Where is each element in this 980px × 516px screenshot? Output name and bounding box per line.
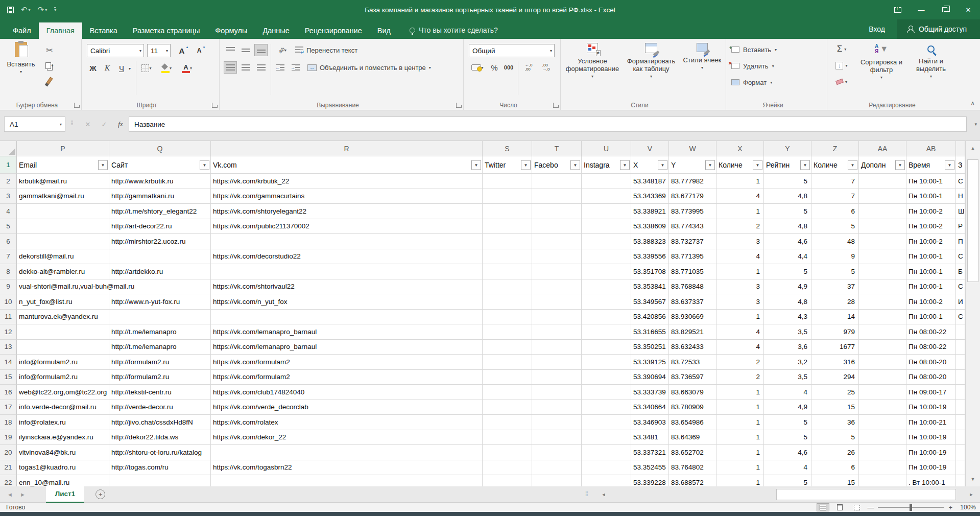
cell-W16[interactable]: 83.663079 [669,385,716,400]
cell-AB20[interactable]: Пн 10:00-19 [906,445,956,460]
cell-R19[interactable]: https://vk.com/dekor_22 [211,430,483,445]
cell-Y15[interactable]: 3,5 [764,370,811,385]
cell-AC11[interactable]: С [956,310,965,325]
cell-Y4[interactable]: 5 [764,204,811,219]
cell-V17[interactable]: 53.340664 [631,400,669,415]
cell-AC15[interactable] [956,370,965,385]
cell-P10[interactable]: n_yut_fox@list.ru [17,294,109,310]
header-cell-W[interactable]: Y▼ [669,156,716,174]
header-cell-S[interactable]: Twitter▼ [483,156,532,174]
cell-Q10[interactable]: http://www.n-yut-fox.ru [109,294,211,310]
cell-X14[interactable]: 2 [716,355,764,370]
cell-R7[interactable]: https://vk.com/decorstudio22 [211,249,483,265]
column-header-R[interactable]: R [211,141,483,156]
row-header-5[interactable]: 5 [0,219,17,234]
cell-U9[interactable] [582,279,631,295]
cell-AA10[interactable] [859,294,906,310]
cell-AA3[interactable] [859,189,906,204]
filter-dropdown-AA[interactable]: ▼ [895,160,905,170]
cell-T21[interactable] [532,460,582,476]
cell-Q15[interactable]: http://formulam2.ru [109,370,211,385]
cell-V10[interactable]: 53.349567 [631,294,669,310]
cell-AC4[interactable]: Ш [956,204,965,219]
cell-P15[interactable]: info@formulam2.ru [17,370,109,385]
cell-R3[interactable]: https://vk.com/gammacurtains [211,189,483,204]
horizontal-scrollbar-thumb[interactable] [776,489,956,500]
cell-S3[interactable] [483,189,532,204]
column-header-W[interactable]: W [669,141,716,156]
cell-X7[interactable]: 4 [716,249,764,265]
cell-U15[interactable] [582,370,631,385]
cell-S5[interactable] [483,219,532,234]
cell-Z2[interactable]: 7 [811,174,859,189]
cell-Z8[interactable]: 5 [811,264,859,279]
cell-Y22[interactable]: 5 [764,475,811,486]
cell-T20[interactable] [532,445,582,460]
cell-P9[interactable]: vual-shtori@mail.ru,vual-buh@mail.ru [17,279,109,295]
cell-W4[interactable]: 83.773995 [669,204,716,219]
cell-P11[interactable]: manturova.ek@yandex.ru [17,310,109,325]
cell-U6[interactable] [582,234,631,249]
cell-Y13[interactable]: 3,6 [764,340,811,355]
cell-W8[interactable]: 83.771035 [669,264,716,279]
autosum-button[interactable]: Σ▾ [831,43,852,55]
cell-Q19[interactable]: http://dekor22.tilda.ws [109,430,211,445]
cell-S15[interactable] [483,370,532,385]
collapse-ribbon-button[interactable]: ∧ [970,100,975,107]
cell-S4[interactable] [483,204,532,219]
cell-AA18[interactable] [859,415,906,430]
align-right-button[interactable] [254,61,268,74]
paste-button[interactable]: Вставить ▾ [4,42,38,76]
cell-AA20[interactable] [859,445,906,460]
cell-W17[interactable]: 83.780909 [669,400,716,415]
cell-AB19[interactable]: Пн 10:00-19 [906,430,956,445]
cell-AA21[interactable] [859,460,906,476]
cell-S9[interactable] [483,279,532,295]
align-left-button[interactable] [224,61,237,74]
cell-AB17[interactable]: Пн 10:00-19 [906,400,956,415]
cell-Q12[interactable]: http://t.me/lemanapro [109,324,211,340]
cell-T2[interactable] [532,174,582,189]
select-all-corner[interactable] [0,141,17,156]
cell-U18[interactable] [582,415,631,430]
filter-dropdown-X[interactable]: ▼ [753,160,762,170]
cell-AB11[interactable]: Пн 10:00-1 [906,310,956,325]
clipboard-dialog-launcher[interactable] [74,103,79,108]
cell-R21[interactable]: https://vk.com/togasbrn22 [211,460,483,476]
cell-S11[interactable] [483,310,532,325]
tab-разметка-страницы[interactable]: Разметка страницы [125,22,208,39]
share-button[interactable]: Общий доступ [897,19,980,39]
cell-U20[interactable] [582,445,631,460]
cell-V11[interactable]: 53.420856 [631,310,669,325]
bold-button[interactable]: Ж [87,61,99,75]
filter-dropdown-P[interactable]: ▼ [98,160,108,170]
cell-U3[interactable] [582,189,631,204]
cell-S6[interactable] [483,234,532,249]
cell-R5[interactable]: https://vk.com/public211370002 [211,219,483,234]
previous-sheet-button[interactable]: ◄ [7,491,13,498]
cell-W2[interactable]: 83.777982 [669,174,716,189]
cell-Q17[interactable]: http://verde-decor.ru [109,400,211,415]
cell-W19[interactable]: 83.64369 [669,430,716,445]
cell-W9[interactable]: 83.768848 [669,279,716,295]
cell-AA11[interactable] [859,310,906,325]
cell-AA16[interactable] [859,385,906,400]
decrease-decimal-button[interactable]: ,00 →,0 [538,61,554,74]
conditional-formatting-button[interactable]: Условное форматирование ▾ [564,43,621,80]
cell-T7[interactable] [532,249,582,265]
underline-dropdown[interactable]: ▾ [129,66,131,71]
cell-V3[interactable]: 53.343369 [631,189,669,204]
delete-cells-button[interactable]: Удалить ▾ [731,59,818,73]
zoom-slider-knob[interactable] [910,504,912,511]
cell-Y10[interactable]: 4,8 [764,294,811,310]
fill-button[interactable]: ↓▾ [831,59,852,72]
column-header-X[interactable]: X [716,141,764,156]
cell-X8[interactable]: 1 [716,264,764,279]
cell-AC21[interactable] [956,460,965,476]
cancel-entry-button[interactable]: ✕ [81,116,95,132]
cell-R18[interactable]: https://vk.com/rolatex [211,415,483,430]
cell-S20[interactable] [483,445,532,460]
column-header-T[interactable]: T [532,141,582,156]
cell-W10[interactable]: 83.637337 [669,294,716,310]
cell-AB5[interactable]: Пн 10:00-2 [906,219,956,234]
